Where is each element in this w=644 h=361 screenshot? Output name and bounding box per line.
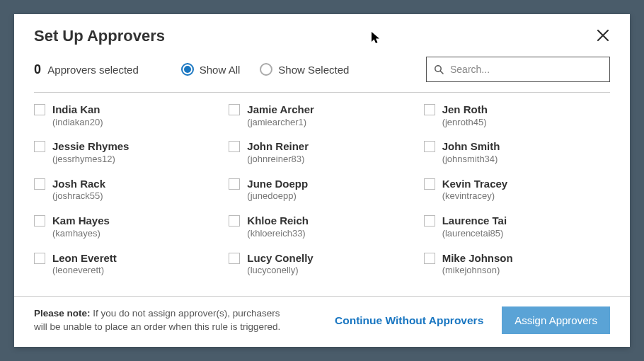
- footer-note-label: Please note:: [34, 308, 91, 319]
- checkbox-icon[interactable]: [229, 215, 240, 227]
- approver-name: John Smith: [442, 139, 500, 154]
- approver-name: Khloe Reich: [247, 214, 309, 228]
- approver-text: Lucy Conelly(lucyconelly): [247, 251, 313, 277]
- checkbox-icon[interactable]: [229, 178, 240, 190]
- modal-footer: Please note: If you do not assign approv…: [14, 296, 630, 347]
- approver-item[interactable]: Jessie Rhymes(jessrhymes12): [34, 139, 222, 165]
- approver-text: Leon Everett(leoneverett): [52, 251, 117, 277]
- approver-name: Jamie Archer: [247, 103, 314, 117]
- selected-count-number: 0: [34, 62, 41, 76]
- approver-text: Khloe Reich(khloereich33): [247, 214, 309, 239]
- approver-name: John Reiner: [247, 139, 309, 154]
- radio-icon: [260, 63, 272, 76]
- checkbox-icon[interactable]: [229, 141, 240, 152]
- search-input[interactable]: [450, 64, 602, 75]
- checkbox-icon[interactable]: [34, 104, 45, 115]
- approver-text: Kam Hayes(kamhayes): [52, 214, 110, 239]
- approver-username: (jamiearcher1): [247, 117, 314, 129]
- approver-item[interactable]: Lucy Conelly(lucyconelly): [229, 251, 416, 277]
- approver-text: Jamie Archer(jamiearcher1): [247, 103, 314, 128]
- checkbox-icon[interactable]: [34, 215, 45, 227]
- approver-username: (khloereich33): [247, 228, 309, 240]
- checkbox-icon[interactable]: [229, 104, 240, 115]
- approver-text: Kevin Tracey(kevintracey): [442, 177, 508, 202]
- approver-username: (lucyconelly): [247, 265, 313, 277]
- svg-line-1: [440, 71, 443, 74]
- approver-name: Jessie Rhymes: [52, 139, 129, 154]
- approver-username: (kevintracey): [442, 190, 508, 202]
- selected-count: 0 Approvers selected: [34, 62, 139, 77]
- approver-item[interactable]: Jen Roth(jenroth45): [424, 103, 611, 128]
- controls-row: 0 Approvers selected Show All Show Selec…: [14, 52, 630, 92]
- selected-count-label: Approvers selected: [47, 64, 138, 76]
- radio-label: Show All: [200, 64, 241, 76]
- set-up-approvers-modal: Set Up Approvers 0 Approvers selected Sh…: [14, 14, 630, 347]
- search-field[interactable]: [426, 57, 610, 82]
- approvers-scroll[interactable]: India Kan(indiakan20)Jamie Archer(jamiea…: [34, 103, 621, 289]
- checkbox-icon[interactable]: [424, 104, 435, 115]
- approver-text: Laurence Tai(laurencetai85): [442, 214, 507, 239]
- footer-note: Please note: If you do not assign approv…: [34, 307, 289, 334]
- search-icon: [434, 64, 444, 75]
- approver-username: (johnsmith34): [442, 154, 500, 166]
- approver-name: June Doepp: [247, 177, 308, 191]
- approver-username: (joshrack55): [52, 190, 105, 202]
- approver-name: Kam Hayes: [52, 214, 110, 228]
- approver-username: (mikejohnson): [442, 265, 513, 277]
- approver-text: India Kan(indiakan20): [52, 103, 103, 128]
- checkbox-icon[interactable]: [34, 141, 45, 152]
- approver-item[interactable]: Leon Everett(leoneverett): [34, 251, 222, 277]
- checkbox-icon[interactable]: [424, 253, 435, 264]
- filter-radio-group: Show All Show Selected: [181, 63, 350, 76]
- approver-name: India Kan: [52, 103, 103, 117]
- approver-text: Jessie Rhymes(jessrhymes12): [52, 139, 129, 165]
- approver-item[interactable]: June Doepp(junedoepp): [229, 177, 416, 202]
- checkbox-icon[interactable]: [34, 178, 45, 190]
- approver-username: (leoneverett): [52, 265, 117, 277]
- approver-username: (kamhayes): [52, 228, 110, 240]
- approver-item[interactable]: Laurence Tai(laurencetai85): [424, 214, 611, 239]
- approver-name: Kevin Tracey: [442, 177, 508, 191]
- approver-item[interactable]: Kam Hayes(kamhayes): [34, 214, 222, 239]
- approver-text: June Doepp(junedoepp): [247, 177, 308, 202]
- approver-username: (indiakan20): [52, 117, 103, 129]
- checkbox-icon[interactable]: [34, 253, 45, 264]
- radio-show-all[interactable]: Show All: [181, 63, 241, 76]
- checkbox-icon[interactable]: [424, 141, 435, 152]
- approver-item[interactable]: Jamie Archer(jamiearcher1): [229, 103, 416, 128]
- approvers-grid: India Kan(indiakan20)Jamie Archer(jamiea…: [34, 103, 611, 277]
- checkbox-icon[interactable]: [229, 253, 240, 264]
- checkbox-icon[interactable]: [424, 178, 435, 190]
- approver-item[interactable]: India Kan(indiakan20): [34, 103, 222, 128]
- close-icon: [596, 25, 610, 47]
- radio-show-selected[interactable]: Show Selected: [260, 63, 349, 76]
- approver-text: John Reiner(johnreiner83): [247, 139, 309, 165]
- approver-text: Jen Roth(jenroth45): [442, 103, 488, 128]
- approver-item[interactable]: Mike Johnson(mikejohnson): [424, 251, 611, 277]
- approver-item[interactable]: Khloe Reich(khloereich33): [229, 214, 416, 239]
- approver-item[interactable]: Josh Rack(joshrack55): [34, 177, 222, 202]
- approver-text: Josh Rack(joshrack55): [52, 177, 105, 202]
- continue-without-approvers-button[interactable]: Continue Without Approvers: [335, 314, 483, 327]
- approver-text: John Smith(johnsmith34): [442, 139, 500, 165]
- radio-icon: [181, 63, 194, 76]
- approver-username: (jenroth45): [442, 117, 488, 129]
- approver-text: Mike Johnson(mikejohnson): [442, 251, 513, 277]
- approver-item[interactable]: John Smith(johnsmith34): [424, 139, 611, 165]
- approver-name: Mike Johnson: [442, 251, 513, 265]
- approver-username: (junedoepp): [247, 190, 308, 202]
- radio-label: Show Selected: [278, 64, 349, 76]
- approver-username: (laurencetai85): [442, 228, 507, 240]
- checkbox-icon[interactable]: [424, 215, 435, 227]
- approver-name: Jen Roth: [442, 103, 488, 117]
- approver-name: Leon Everett: [52, 251, 117, 265]
- approvers-list-area: India Kan(indiakan20)Jamie Archer(jamiea…: [14, 93, 630, 296]
- modal-header: Set Up Approvers: [14, 14, 630, 52]
- footer-actions: Continue Without Approvers Assign Approv…: [335, 306, 610, 334]
- approver-name: Laurence Tai: [442, 214, 507, 228]
- approver-item[interactable]: Kevin Tracey(kevintracey): [424, 177, 611, 202]
- approver-item[interactable]: John Reiner(johnreiner83): [229, 139, 416, 165]
- assign-approvers-button[interactable]: Assign Approvers: [502, 306, 610, 334]
- approver-username: (johnreiner83): [247, 154, 309, 166]
- close-button[interactable]: [596, 27, 610, 45]
